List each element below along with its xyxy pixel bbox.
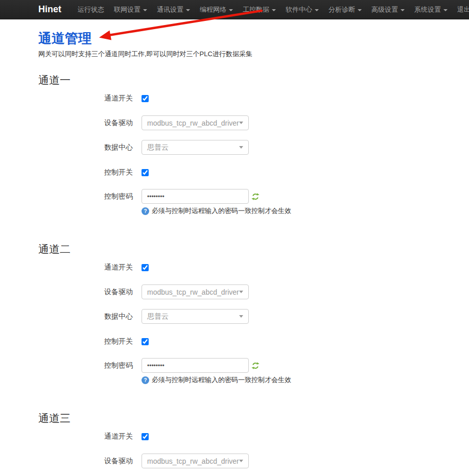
device-driver-label: 设备驱动 (38, 457, 133, 466)
password-help-text: 必须与控制时远程输入的密码一致控制才会生效 (152, 375, 291, 385)
chevron-down-icon (186, 9, 190, 11)
device-driver-label: 设备驱动 (38, 288, 133, 297)
chevron-down-icon (358, 9, 362, 11)
password-help-text: 必须与控制时远程输入的密码一致控制才会生效 (152, 206, 291, 216)
control-switch-row: 控制开关 (38, 337, 469, 346)
page-title: 通道管理 (38, 31, 469, 46)
chevron-down-icon (229, 9, 233, 11)
nav-item-comm-settings[interactable]: 通讯设置 (157, 5, 190, 14)
data-center-value: 思普云 (147, 312, 169, 321)
nav-item-label: 分析诊断 (329, 5, 355, 14)
nav-item-label: 运行状态 (78, 5, 104, 14)
password-help: ? 必须与控制时远程输入的密码一致控制才会生效 (142, 375, 291, 385)
control-switch-checkbox[interactable] (142, 169, 149, 176)
password-help-row: ? 必须与控制时远程输入的密码一致控制才会生效 (38, 375, 469, 385)
channel-title: 通道一 (38, 74, 469, 86)
channel-switch-label: 通道开关 (38, 94, 133, 103)
help-icon: ? (142, 376, 149, 384)
nav-item-network-settings[interactable]: 联网设置 (114, 5, 147, 14)
channel-switch-checkbox[interactable] (142, 95, 149, 102)
device-driver-label: 设备驱动 (38, 118, 133, 128)
control-switch-label: 控制开关 (38, 168, 133, 177)
channel-switch-checkbox[interactable] (142, 264, 149, 271)
nav-item-label: 系统设置 (414, 5, 441, 14)
channel-title: 通道三 (38, 412, 469, 424)
chevron-down-icon (239, 315, 243, 318)
password-help-row: ? 必须与控制时远程输入的密码一致控制才会生效 (38, 206, 469, 216)
data-center-label: 数据中心 (38, 143, 133, 152)
control-switch-row: 控制开关 (38, 168, 469, 177)
channel-switch-row: 通道开关 (38, 432, 469, 441)
device-driver-value: modbus_tcp_rw_abcd_driver (147, 119, 239, 127)
chevron-down-icon (143, 9, 147, 11)
control-switch-checkbox[interactable] (142, 338, 149, 345)
nav-item-system-settings[interactable]: 系统设置 (414, 5, 448, 14)
control-password-row: 控制密码 (38, 189, 469, 204)
help-icon: ? (142, 207, 149, 215)
nav-item-label: 软件中心 (286, 5, 312, 14)
nav-item-programming-network[interactable]: 编程网络 (200, 5, 233, 14)
chevron-down-icon (239, 146, 243, 149)
main-content: 通道管理 网关可以同时支持三个通道同时工作,即可以同时对三个PLC进行数据采集 … (0, 19, 469, 476)
nav-item-running-status[interactable]: 运行状态 (78, 5, 104, 14)
data-center-select[interactable]: 思普云 (142, 309, 249, 324)
nav-menu: 运行状态 联网设置 通讯设置 编程网络 工控数据 软件中心 分析诊断 高级设置 … (78, 5, 469, 14)
device-driver-value: modbus_tcp_rw_abcd_driver (147, 288, 239, 296)
chevron-down-icon (401, 9, 405, 11)
top-navbar: Hinet 运行状态 联网设置 通讯设置 编程网络 工控数据 软件中心 分析诊断… (0, 0, 469, 19)
channel-switch-row: 通道开关 (38, 263, 469, 272)
device-driver-row: 设备驱动 modbus_tcp_rw_abcd_driver (38, 284, 469, 299)
data-center-row: 数据中心 思普云 (38, 140, 469, 155)
refresh-icon[interactable] (251, 362, 260, 370)
chevron-down-icon (315, 9, 319, 11)
channel-switch-row: 通道开关 (38, 94, 469, 103)
device-driver-select[interactable]: modbus_tcp_rw_abcd_driver (142, 454, 249, 468)
control-switch-label: 控制开关 (38, 337, 133, 346)
nav-item-industrial-data[interactable]: 工控数据 (243, 5, 276, 14)
chevron-down-icon (239, 122, 243, 124)
control-password-input[interactable] (142, 189, 249, 204)
chevron-down-icon (239, 291, 243, 293)
nav-item-label: 编程网络 (200, 5, 226, 14)
control-password-input[interactable] (142, 358, 249, 373)
nav-item-label: 高级设置 (371, 5, 398, 14)
nav-item-software-center[interactable]: 软件中心 (286, 5, 319, 14)
channel-three-section: 通道三 通道开关 设备驱动 modbus_tcp_rw_abcd_driver … (38, 412, 469, 476)
nav-item-label: 退出 (457, 5, 469, 14)
nav-item-label: 工控数据 (243, 5, 269, 14)
device-driver-value: modbus_tcp_rw_abcd_driver (147, 457, 239, 465)
control-password-row: 控制密码 (38, 358, 469, 373)
chevron-down-icon (272, 9, 276, 11)
chevron-down-icon (443, 9, 448, 11)
device-driver-select[interactable]: modbus_tcp_rw_abcd_driver (142, 284, 249, 299)
password-help: ? 必须与控制时远程输入的密码一致控制才会生效 (142, 206, 291, 216)
data-center-select[interactable]: 思普云 (142, 140, 249, 155)
data-center-value: 思普云 (147, 143, 169, 152)
nav-item-label: 通讯设置 (157, 5, 183, 14)
channel-two-section: 通道二 通道开关 设备驱动 modbus_tcp_rw_abcd_driver … (38, 243, 469, 385)
nav-item-logout[interactable]: 退出 (457, 5, 469, 14)
channel-title: 通道二 (38, 243, 469, 255)
control-password-label: 控制密码 (38, 361, 133, 370)
channel-switch-checkbox[interactable] (142, 433, 149, 440)
channel-switch-label: 通道开关 (38, 432, 133, 441)
channel-one-section: 通道一 通道开关 设备驱动 modbus_tcp_rw_abcd_driver … (38, 74, 469, 216)
refresh-icon[interactable] (251, 193, 260, 201)
device-driver-row: 设备驱动 modbus_tcp_rw_abcd_driver (38, 115, 469, 130)
device-driver-select[interactable]: modbus_tcp_rw_abcd_driver (142, 115, 249, 130)
data-center-label: 数据中心 (38, 312, 133, 321)
page-subtitle: 网关可以同时支持三个通道同时工作,即可以同时对三个PLC进行数据采集 (38, 50, 469, 59)
device-driver-row: 设备驱动 modbus_tcp_rw_abcd_driver (38, 454, 469, 468)
data-center-row: 数据中心 思普云 (38, 309, 469, 324)
control-password-label: 控制密码 (38, 192, 133, 201)
nav-item-label: 联网设置 (114, 5, 140, 14)
nav-item-analysis-diagnosis[interactable]: 分析诊断 (329, 5, 362, 14)
brand-logo[interactable]: Hinet (38, 4, 61, 15)
nav-item-advanced-settings[interactable]: 高级设置 (371, 5, 405, 14)
channel-switch-label: 通道开关 (38, 263, 133, 272)
chevron-down-icon (239, 460, 243, 462)
